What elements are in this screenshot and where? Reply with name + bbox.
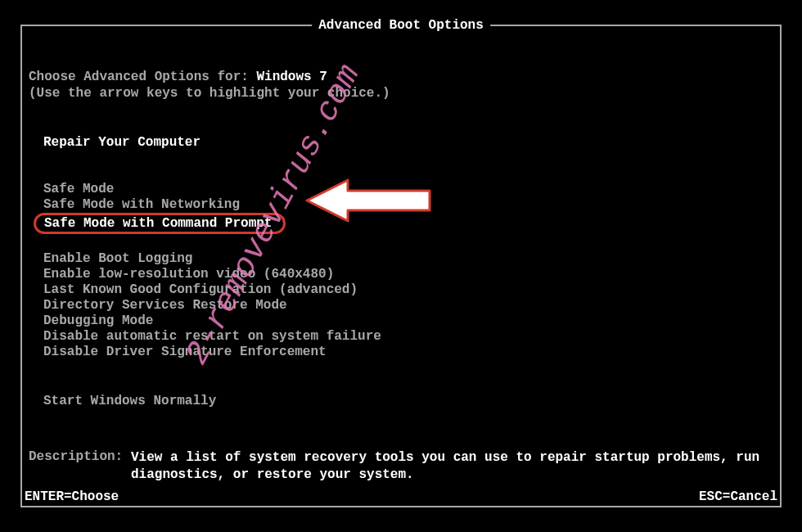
menu-safe-mode-command-prompt[interactable]: Safe Mode with Command Prompt (44, 216, 272, 231)
description-text: View a list of system recovery tools you… (131, 449, 773, 484)
window-title: Advanced Boot Options (312, 18, 490, 33)
menu-last-known-good-config[interactable]: Last Known Good Configuration (advanced) (43, 282, 773, 297)
menu-repair-your-computer[interactable]: Repair Your Computer (43, 135, 773, 150)
footer-bar: ENTER=Choose ESC=Cancel (25, 489, 777, 504)
choose-label: Choose Advanced Options for: (29, 70, 256, 84)
footer-enter-hint: ENTER=Choose (25, 489, 119, 504)
menu-directory-services-restore[interactable]: Directory Services Restore Mode (43, 298, 773, 313)
annotation-arrow-icon (299, 172, 438, 229)
menu-disable-auto-restart[interactable]: Disable automatic restart on system fail… (43, 329, 773, 344)
menu-enable-boot-logging[interactable]: Enable Boot Logging (43, 251, 773, 266)
description-row: Description: View a list of system recov… (29, 449, 773, 484)
menu-debugging-mode[interactable]: Debugging Mode (43, 313, 773, 328)
footer-esc-hint: ESC=Cancel (699, 489, 777, 504)
menu-disable-driver-sig[interactable]: Disable Driver Signature Enforcement (43, 345, 773, 359)
arrow-keys-hint: (Use the arrow keys to highlight your ch… (29, 86, 773, 101)
menu-start-windows-normally[interactable]: Start Windows Normally (43, 394, 773, 408)
menu-enable-low-res-video[interactable]: Enable low-resolution video (640x480) (43, 267, 773, 282)
annotation-circle: Safe Mode with Command Prompt (34, 213, 286, 234)
content-area: Choose Advanced Options for: Windows 7 (… (29, 45, 773, 487)
os-name: Windows 7 (256, 70, 327, 84)
description-label: Description: (29, 449, 131, 484)
choose-prompt: Choose Advanced Options for: Windows 7 (29, 70, 773, 84)
